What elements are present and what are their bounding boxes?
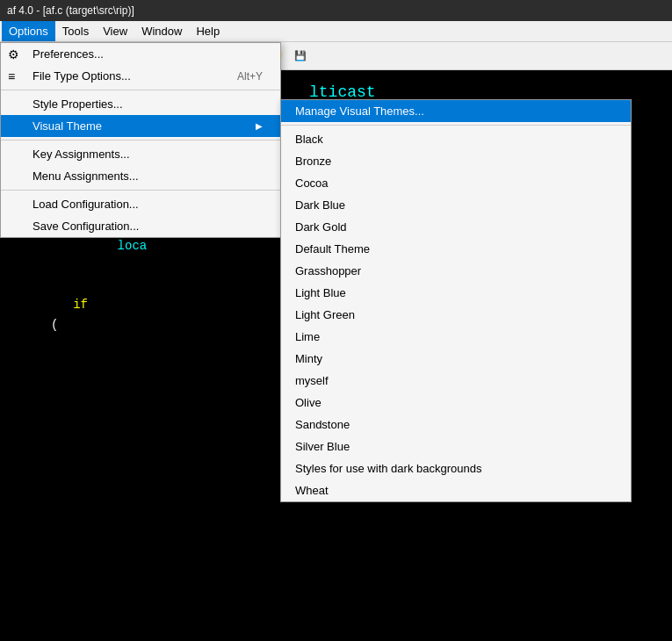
visual-theme-label: Visual Theme (33, 119, 102, 133)
theme-olive[interactable]: Olive (281, 392, 631, 414)
theme-dark-blue[interactable]: Dark Blue (281, 194, 631, 216)
theme-grasshopper[interactable]: Grasshopper (281, 260, 631, 282)
theme-dark-gold-label: Dark Gold (295, 220, 347, 234)
theme-sandstone-label: Sandstone (295, 418, 350, 431)
title-bar: af 4.0 - [af.c (target\src\rip)] (0, 0, 672, 21)
submenu-arrow-icon: ▶ (256, 121, 263, 131)
code-keyword-2: if (44, 298, 88, 312)
file-type-icon: ≡ (8, 69, 15, 83)
menu-item-save-config[interactable]: Save Configuration... (1, 215, 280, 237)
save-config-label: Save Configuration... (33, 220, 139, 233)
menu-item-menu-assignments[interactable]: Menu Assignments... (1, 165, 280, 187)
menu-item-file-type[interactable]: ≡ File Type Options... Alt+Y (1, 65, 280, 87)
theme-silver-blue-label: Silver Blue (295, 440, 350, 453)
options-menu: ⚙ Preferences... ≡ File Type Options... … (0, 42, 281, 238)
preferences-label: Preferences... (33, 47, 104, 61)
theme-black[interactable]: Black (281, 128, 631, 150)
code-header-text: lticast (309, 83, 376, 101)
menu-item-visual-theme[interactable]: Visual Theme ▶ (1, 115, 280, 137)
preferences-icon: ⚙ (8, 47, 19, 61)
theme-bronze[interactable]: Bronze (281, 150, 631, 172)
load-config-label: Load Configuration... (33, 198, 139, 211)
theme-black-label: Black (295, 133, 323, 146)
theme-wheat[interactable]: Wheat (281, 479, 631, 501)
menu-bar: Options Tools View Window Help (0, 21, 672, 42)
theme-cocoa-label: Cocoa (295, 176, 329, 190)
menu-assignments-label: Menu Assignments... (33, 169, 139, 183)
theme-myself[interactable]: myself (281, 370, 631, 392)
menu-sep-3 (1, 190, 280, 191)
theme-dark-gold[interactable]: Dark Gold (281, 216, 631, 238)
theme-styles-dark-label: Styles for use with dark backgrounds (295, 462, 481, 475)
toolbar-btn-13[interactable]: 💾 (290, 46, 311, 67)
theme-bronze-label: Bronze (295, 155, 331, 168)
style-props-label: Style Properties... (33, 97, 123, 111)
file-type-label: File Type Options... (33, 69, 131, 83)
theme-silver-blue[interactable]: Silver Blue (281, 436, 631, 457)
theme-submenu: Manage Visual Themes... Black Bronze Coc… (280, 99, 632, 502)
menu-item-key-assignments[interactable]: Key Assignments... (1, 143, 280, 165)
menu-sep-2 (1, 140, 280, 140)
theme-lime[interactable]: Lime (281, 326, 631, 348)
title-text: af 4.0 - [af.c (target\src\rip)] (7, 4, 134, 17)
theme-manage-label: Manage Visual Themes... (295, 104, 424, 118)
menu-sep-1 (1, 90, 280, 90)
theme-light-green-label: Light Green (295, 308, 355, 321)
menu-tools[interactable]: Tools (55, 21, 96, 41)
theme-minty[interactable]: Minty (281, 348, 631, 370)
code-paren: ( (44, 318, 59, 332)
menu-item-preferences[interactable]: ⚙ Preferences... (1, 43, 280, 65)
theme-wheat-label: Wheat (295, 484, 329, 497)
theme-myself-label: myself (295, 374, 329, 387)
menu-window[interactable]: Window (134, 21, 189, 41)
theme-styles-dark[interactable]: Styles for use with dark backgrounds (281, 457, 631, 479)
menu-help[interactable]: Help (189, 21, 227, 41)
theme-grasshopper-label: Grasshopper (295, 264, 361, 277)
file-type-shortcut: Alt+Y (237, 70, 263, 83)
theme-minty-label: Minty (295, 352, 322, 365)
theme-manage[interactable]: Manage Visual Themes... (281, 100, 631, 122)
theme-light-blue-label: Light Blue (295, 286, 346, 299)
theme-light-green[interactable]: Light Green (281, 304, 631, 326)
menu-item-load-config[interactable]: Load Configuration... (1, 193, 280, 215)
theme-sandstone[interactable]: Sandstone (281, 414, 631, 436)
theme-default-label: Default Theme (295, 242, 370, 256)
menu-item-style-props[interactable]: Style Properties... (1, 93, 280, 115)
key-assignments-label: Key Assignments... (33, 148, 130, 161)
theme-light-blue[interactable]: Light Blue (281, 282, 631, 304)
menu-view[interactable]: View (96, 21, 134, 41)
theme-dark-blue-label: Dark Blue (295, 198, 345, 212)
theme-olive-label: Olive (295, 396, 322, 409)
theme-cocoa[interactable]: Cocoa (281, 172, 631, 194)
theme-sep (281, 125, 631, 126)
menu-options[interactable]: Options (2, 21, 55, 41)
theme-default[interactable]: Default Theme (281, 238, 631, 260)
theme-lime-label: Lime (295, 330, 320, 343)
